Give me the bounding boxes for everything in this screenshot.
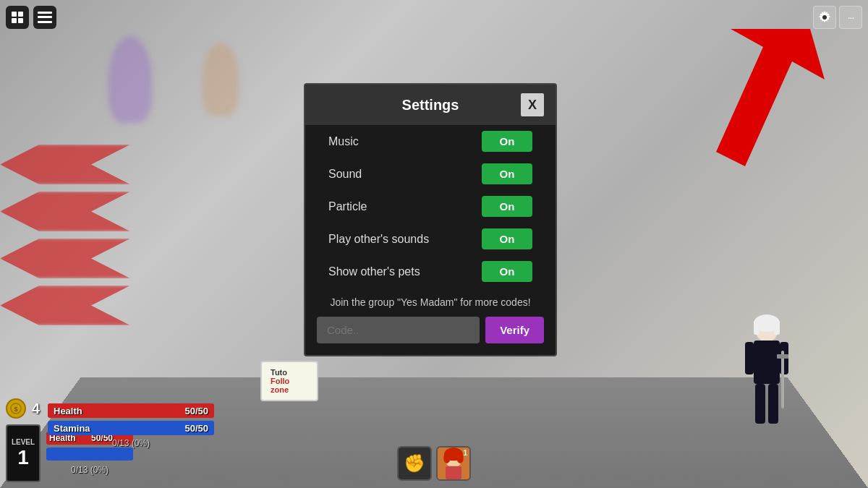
arrow-3 xyxy=(0,239,130,278)
level-box: LEVEL 1 xyxy=(6,424,41,482)
svg-point-28 xyxy=(457,453,464,463)
svg-text:$: $ xyxy=(14,406,17,413)
top-right-icons: ··· xyxy=(813,6,862,29)
settings-row-particle: Particle On xyxy=(305,190,556,223)
tutorial-line2: zone xyxy=(271,385,308,394)
level-number: 1 xyxy=(17,446,29,469)
settings-row-sound: Sound On xyxy=(305,158,556,190)
stamina-bar-background xyxy=(46,448,133,461)
svg-rect-6 xyxy=(38,21,52,23)
more-options-button[interactable]: ··· xyxy=(839,6,862,29)
stamina-bar-fill xyxy=(46,448,133,461)
svg-rect-25 xyxy=(446,466,461,479)
level-label: LEVEL xyxy=(12,438,35,446)
svg-point-27 xyxy=(443,453,450,463)
svg-rect-18 xyxy=(781,351,784,408)
tutorial-line1: Follo xyxy=(271,377,308,385)
xp-text: 0/13 (0%) xyxy=(46,465,133,475)
character-sprite xyxy=(738,314,796,430)
settings-row-music: Music On xyxy=(305,125,556,158)
settings-row-others-sounds: Play other's sounds On xyxy=(305,223,556,255)
arrow-1 xyxy=(0,145,130,184)
tutorial-title: Tuto xyxy=(271,368,308,377)
dots-icon: ··· xyxy=(848,12,854,23)
tutorial-popup: Tuto Follo zone xyxy=(260,361,318,401)
modal-close-button[interactable]: X xyxy=(521,93,544,116)
stamina-value-overlay: 50/50 xyxy=(184,423,208,434)
settings-modal: Settings X Music On Sound On Particle On… xyxy=(304,83,557,356)
top-left-icons xyxy=(6,6,56,29)
svg-rect-16 xyxy=(755,384,765,424)
others-sounds-toggle[interactable]: On xyxy=(482,228,532,249)
xp-overlay: 0/13 (0%) xyxy=(48,438,214,448)
abilities-bar: ✊ 1 xyxy=(397,446,471,481)
coin-count: 4 xyxy=(32,401,40,417)
ability-slot-fist[interactable]: ✊ xyxy=(397,446,432,481)
coin-icon: $ xyxy=(6,398,26,419)
particle-toggle[interactable]: On xyxy=(482,196,532,217)
svg-rect-1 xyxy=(18,12,23,17)
stamina-bar-container: Stamina 50/50 xyxy=(48,421,214,435)
group-promo-text: Join the group "Yes Madam" for more code… xyxy=(305,288,556,314)
modal-title: Settings xyxy=(340,97,521,114)
red-arrow-pointer xyxy=(680,22,825,166)
svg-rect-3 xyxy=(18,18,23,23)
settings-gear-button[interactable] xyxy=(813,6,836,29)
others-sounds-label: Play other's sounds xyxy=(328,233,429,246)
verify-button[interactable]: Verify xyxy=(485,317,544,343)
arrow-2 xyxy=(0,192,130,231)
road-arrows xyxy=(0,145,217,361)
stamina-bar-row xyxy=(46,448,133,461)
svg-rect-4 xyxy=(38,12,52,14)
svg-rect-13 xyxy=(754,341,780,384)
modal-header: Settings X xyxy=(305,85,556,125)
svg-rect-14 xyxy=(745,342,754,374)
bg-character-1 xyxy=(109,36,152,123)
code-input[interactable] xyxy=(317,317,480,343)
stamina-label-overlay: Stamina xyxy=(54,423,90,434)
arrow-4 xyxy=(0,286,130,325)
svg-rect-17 xyxy=(768,384,778,424)
svg-rect-0 xyxy=(12,12,17,17)
others-pets-label: Show other's pets xyxy=(328,265,420,278)
health-value-overlay: 50/50 xyxy=(184,406,208,416)
svg-rect-21 xyxy=(754,320,760,335)
roblox-home-icon[interactable] xyxy=(6,6,29,29)
svg-rect-19 xyxy=(777,354,788,359)
svg-point-8 xyxy=(822,15,827,20)
settings-row-others-pets: Show other's pets On xyxy=(305,255,556,288)
svg-rect-5 xyxy=(38,16,52,18)
slot-number: 1 xyxy=(463,449,467,457)
music-toggle[interactable]: On xyxy=(482,131,532,152)
others-pets-toggle[interactable]: On xyxy=(482,261,532,282)
svg-rect-22 xyxy=(774,320,780,335)
particle-label: Particle xyxy=(328,200,367,213)
roblox-menu-icon[interactable] xyxy=(33,6,56,29)
code-input-row: Verify xyxy=(305,317,556,343)
health-bar-container: Health 50/50 xyxy=(48,403,214,418)
ability-slot-avatar[interactable]: 1 xyxy=(436,446,471,481)
sound-toggle[interactable]: On xyxy=(482,163,532,184)
bar-labels: Health 50/50 Stamina 50/50 0/13 (0%) xyxy=(48,403,214,448)
bg-character-2 xyxy=(203,43,239,116)
svg-rect-2 xyxy=(12,18,17,23)
svg-marker-9 xyxy=(716,29,825,166)
health-label-overlay: Health xyxy=(54,406,82,416)
sound-label: Sound xyxy=(328,168,362,181)
fist-icon: ✊ xyxy=(404,453,425,474)
music-label: Music xyxy=(328,135,359,148)
